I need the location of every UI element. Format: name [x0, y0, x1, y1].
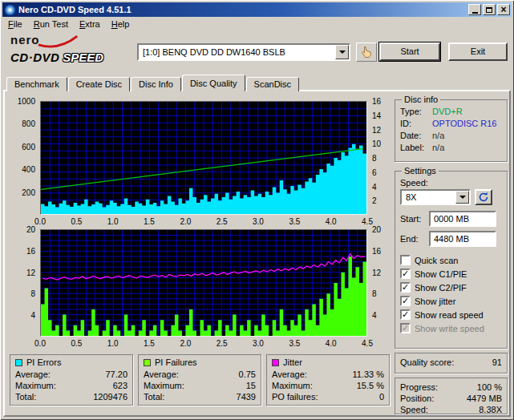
progress-group: Progress:100 % Position:4479 MB Speed:8.…: [395, 378, 508, 414]
axis-tick-label: 12: [372, 268, 381, 277]
logo-text-cddvd: CD·DVD: [10, 50, 59, 64]
start-button[interactable]: Start: [379, 42, 440, 61]
settings-title: Settings: [402, 166, 439, 176]
axis-tick-label: 8: [372, 154, 377, 163]
start-field[interactable]: 0000 MB: [429, 211, 496, 227]
checkbox-box[interactable]: [400, 255, 411, 265]
exit-button[interactable]: Exit: [448, 42, 508, 61]
tab-bar: Benchmark Create Disc Disc Info Disc Qua…: [6, 75, 300, 91]
side-column: Disc info Type:DVD+R ID:OPTODISC R16 Dat…: [395, 95, 508, 418]
checkbox-show-jitter[interactable]: ✓Show jitter: [400, 294, 502, 308]
stat-label: Total:: [144, 391, 164, 402]
axis-tick-label: 12: [26, 268, 35, 277]
checkbox-label: Show jitter: [415, 297, 455, 306]
axis-tick-label: 3.0: [253, 339, 264, 348]
axis-tick-label: 4: [30, 311, 35, 320]
tab-create-disc[interactable]: Create Disc: [68, 77, 130, 91]
checkbox-box[interactable]: ✓: [400, 309, 411, 320]
disc-quality-panel: 1000800600400200 161412108642 0.00.51.01…: [3, 90, 511, 417]
pi-errors-color-swatch: [15, 359, 22, 366]
stat-value: 7439: [237, 391, 256, 402]
maximize-button[interactable]: [483, 4, 496, 15]
checkbox-box: ✓: [400, 323, 411, 333]
results-row: PI Errors Average:77.20 Maximum:623 Tota…: [10, 354, 390, 406]
end-field[interactable]: 4480 MB: [429, 231, 496, 247]
progress-value: 100 %: [477, 382, 502, 393]
refresh-icon: [478, 192, 489, 203]
disc-date-value: n/a: [432, 130, 444, 142]
close-button[interactable]: ×: [497, 4, 510, 15]
speed-select-dropdown-button[interactable]: [455, 191, 469, 204]
position-value: 4479 MB: [467, 393, 502, 404]
maximize-icon: [486, 7, 492, 13]
speed-select[interactable]: 8X: [400, 189, 471, 205]
drive-select[interactable]: [1:0] BENQ DVD DD DW1640 BSLB: [137, 43, 350, 61]
axis-tick-label: 2.5: [217, 217, 228, 226]
checkbox-show-write-speed: ✓Show write speed: [400, 321, 502, 335]
stat-label: Maximum:: [272, 380, 313, 391]
speed-readout-label: Speed:: [400, 404, 428, 415]
pi-errors-title: PI Errors: [26, 357, 61, 369]
drive-select-dropdown-button[interactable]: [335, 45, 349, 59]
logo-swoosh-icon: [37, 32, 83, 50]
menu-bar: File Run Test Extra Help: [2, 17, 512, 31]
menu-run-test[interactable]: Run Test: [28, 18, 74, 30]
tab-scandisc[interactable]: ScanDisc: [246, 77, 299, 91]
minimize-icon: [472, 12, 478, 14]
axis-tick-label: 16: [26, 246, 35, 255]
axis-tick-label: 0.0: [34, 217, 46, 226]
axis-tick-label: 0.5: [71, 339, 82, 348]
tab-disc-info[interactable]: Disc Info: [131, 77, 181, 91]
axis-tick-label: 2.0: [180, 217, 191, 226]
logo-text-speed: SPEED: [63, 50, 103, 64]
menu-extra[interactable]: Extra: [74, 18, 106, 30]
stat-value: 77.20: [105, 369, 127, 380]
jitter-title: Jitter: [283, 357, 302, 369]
axis-tick-label: 3.5: [289, 339, 300, 348]
checkbox-box[interactable]: ✓: [400, 282, 411, 293]
app-icon: [5, 5, 15, 15]
stat-label: Total:: [15, 391, 36, 402]
stat-label: Average:: [272, 369, 307, 380]
minimize-button[interactable]: [468, 4, 481, 15]
tab-disc-quality[interactable]: Disc Quality: [182, 75, 245, 91]
hand-icon: [360, 46, 373, 59]
start-label: Start:: [400, 214, 429, 224]
stat-value: 623: [113, 380, 127, 391]
axis-tick-label: 16: [372, 246, 381, 255]
checkbox-quick-scan[interactable]: Quick scan: [400, 253, 502, 267]
axis-tick-label: 2.0: [180, 339, 191, 348]
checkbox-label: Show write speed: [415, 324, 484, 333]
bottom-chart: [40, 229, 367, 337]
checkbox-show-read-speed[interactable]: ✓Show read speed: [400, 308, 502, 321]
app-window: Nero CD-DVD Speed 4.51.1 × File Run Test…: [0, 0, 514, 420]
checkbox-box[interactable]: ✓: [400, 269, 411, 279]
speed-label: Speed:: [400, 178, 502, 188]
checkbox-show-c2-pif[interactable]: ✓Show C2/PIF: [400, 281, 502, 294]
disc-info-title: Disc info: [402, 95, 440, 104]
top-chart-x-axis: 0.00.51.01.52.02.53.03.54.04.5: [40, 217, 367, 227]
axis-tick-label: 4.5: [362, 217, 373, 226]
refresh-button[interactable]: [475, 189, 492, 205]
axis-tick-label: 20: [26, 225, 35, 234]
menu-help[interactable]: Help: [106, 18, 136, 30]
jitter-color-swatch: [272, 359, 279, 366]
eject-load-button[interactable]: [356, 42, 377, 62]
axis-tick-label: 400: [22, 165, 35, 174]
axis-tick-label: 4: [372, 311, 377, 320]
close-icon: ×: [500, 5, 506, 14]
checkbox-box[interactable]: ✓: [400, 296, 411, 306]
pi-errors-chart: [41, 102, 366, 214]
stat-value: 0.75: [239, 369, 256, 380]
checkbox-label: Show C1/PIE: [415, 269, 467, 279]
jitter-panel: Jitter Average:11.33 % Maximum:15.5 % PO…: [266, 354, 390, 406]
axis-tick-label: 4.5: [362, 339, 373, 348]
stat-label: PO failures:: [272, 391, 318, 402]
tab-benchmark[interactable]: Benchmark: [6, 77, 67, 91]
chevron-down-icon: [459, 196, 466, 202]
axis-tick-label: 0.0: [34, 339, 46, 348]
checkbox-show-c1-pie[interactable]: ✓Show C1/PIE: [400, 267, 502, 281]
axis-tick-label: 8: [30, 289, 35, 298]
bottom-chart-x-axis: 0.00.51.01.52.02.53.03.54.04.5: [40, 339, 367, 349]
menu-file[interactable]: File: [2, 18, 28, 30]
